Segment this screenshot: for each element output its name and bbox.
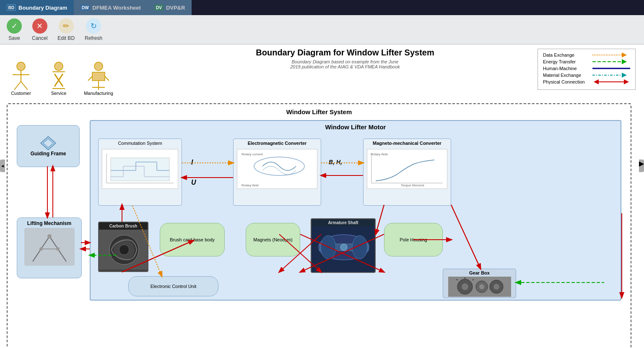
svg-point-15 [94, 62, 103, 71]
legend-data-exchange-label: Data Exchange [543, 52, 589, 58]
customer-icon [8, 61, 34, 91]
save-icon: ✓ [7, 18, 22, 34]
magnets-component[interactable]: Magnets (Neodym) [246, 223, 300, 256]
edit-bd-label: Edit BD [57, 35, 75, 41]
svg-line-17 [88, 76, 92, 81]
window-lifter-system-boundary: Window Lifter System Guiding Frame Lifti… [7, 103, 631, 348]
legend-material-exchange-row: Material Exchange [543, 73, 630, 78]
gear-box-component[interactable]: Gear Box [443, 269, 516, 298]
magnetomechanical-chart-svg: Rotary field Torque Moment [367, 149, 447, 189]
svg-point-69 [493, 284, 499, 290]
magnets-label: Magnets (Neodym) [253, 237, 293, 242]
svg-rect-23 [24, 228, 75, 266]
svg-line-89 [451, 205, 480, 269]
badge-bd: BD [7, 4, 16, 11]
svg-line-8 [14, 81, 21, 90]
commutation-system-component[interactable]: Commutation System [98, 139, 182, 206]
service-icon-group: Service [46, 61, 71, 96]
svg-line-9 [21, 81, 28, 90]
tab-dvpr[interactable]: DV DVP&R [148, 0, 192, 15]
badge-dv: DV [154, 4, 164, 11]
svg-rect-16 [92, 72, 105, 81]
cancel-label: Cancel [32, 35, 47, 41]
nav-bar: BD Boundary Diagram DW DFMEA Worksheet D… [0, 0, 644, 15]
refresh-button[interactable]: ↻ Refresh [85, 18, 102, 41]
manufacturing-icon [84, 61, 113, 91]
magnetomechanical-converter-component[interactable]: Magneto-mechanical Converter Rotary fiel… [363, 139, 451, 206]
customer-icon-group: Customer [8, 61, 34, 96]
armature-shaft-component[interactable]: Armature Shaft [311, 218, 376, 273]
manufacturing-icon-group: Manufacturing [84, 61, 113, 96]
brush-card-label: Brush card base body [170, 237, 215, 242]
svg-point-5 [17, 62, 25, 71]
ecu-component[interactable]: Electronic Control Unit [128, 276, 218, 296]
diagram-main-title: Boundary Diagram for Window Lifter Syste… [159, 48, 531, 58]
svg-point-65 [462, 283, 468, 290]
electromagnetic-converter-chart: Rotary current Rotary field [237, 149, 317, 189]
guiding-frame-component[interactable]: Guiding Frame [17, 125, 80, 167]
magnetomechanical-chart: Rotary field Torque Moment [367, 149, 447, 189]
carbon-brush-component[interactable]: Carbon Brush [98, 222, 148, 272]
svg-point-28 [39, 247, 43, 251]
service-icon [46, 61, 71, 91]
tab-boundary-diagram[interactable]: BD Boundary Diagram [0, 0, 74, 15]
cancel-button[interactable]: ✕ Cancel [32, 18, 47, 41]
legend-physical-connection-row: Physical Connection [543, 79, 630, 84]
window-lifter-system-label: Window Lifter System [283, 108, 356, 115]
armature-shaft-label: Armature Shaft [312, 219, 375, 226]
svg-point-62 [352, 235, 367, 259]
legend-human-machine-label: Human-Machine [543, 66, 589, 71]
lifting-mechanism-component[interactable]: Lifting Mechanism [17, 217, 82, 278]
svg-point-27 [47, 234, 52, 238]
svg-text:Rotary field: Rotary field [371, 152, 387, 156]
electromagnetic-chart-svg: Rotary current Rotary field [237, 149, 317, 189]
save-button[interactable]: ✓ Save [7, 18, 22, 41]
pole-housing-component[interactable]: Pole Housing [384, 223, 443, 256]
diagram-subtitle-2: 2019 publication of the AIAG & VDA FMEA … [159, 64, 531, 69]
label-U: U [191, 179, 196, 186]
refresh-label: Refresh [85, 35, 102, 41]
carbon-brush-label: Carbon Brush [99, 222, 148, 230]
lifting-mechanism-svg [24, 228, 75, 266]
lifting-mechanism-label: Lifting Mechanism [27, 220, 71, 226]
top-icons-area: Customer Service [8, 61, 113, 96]
svg-point-56 [119, 245, 129, 255]
ecu-label: Electronic Control Unit [151, 284, 196, 289]
edit-bd-button[interactable]: ✏ Edit BD [57, 18, 75, 41]
commutation-system-label: Commutation System [99, 139, 182, 147]
label-BH: B, H, [329, 159, 342, 166]
gear-box-label: Gear Box [443, 269, 516, 277]
collapse-left-tab[interactable]: ◀ [0, 160, 5, 172]
svg-point-29 [56, 247, 60, 251]
legend-data-exchange-row: Data Exchange [543, 52, 630, 58]
svg-text:Torque Moment: Torque Moment [401, 183, 424, 187]
svg-line-18 [105, 76, 109, 81]
guiding-frame-label: Guiding Frame [31, 151, 66, 157]
brush-card-component[interactable]: Brush card base body [160, 223, 225, 256]
legend-physical-connection-label: Physical Connection [543, 79, 589, 84]
tab-dv-label: DVP&R [166, 5, 185, 11]
service-label: Service [51, 91, 67, 96]
tab-dfmea-worksheet[interactable]: DW DFMEA Worksheet [74, 0, 148, 15]
diagram-subtitle-1: Boundary Diagram based on example from t… [159, 59, 531, 64]
armature-shaft-svg [312, 226, 376, 268]
svg-rect-33 [111, 158, 169, 181]
main-content: ◀ ▶ Data Exchange Energy Transfer Hum [0, 44, 644, 348]
label-I: I [191, 159, 193, 166]
legend-material-exchange-label: Material Exchange [543, 73, 589, 78]
refresh-icon: ↻ [86, 18, 101, 34]
legend-energy-transfer-label: Energy Transfer [543, 59, 589, 64]
pole-housing-label: Pole Housing [400, 237, 427, 242]
tab-dw-label: DFMEA Worksheet [92, 5, 141, 11]
window-lifter-motor-box: Window Lifter Motor Commutation System [90, 120, 621, 301]
svg-point-67 [479, 284, 484, 289]
tab-bd-label: Boundary Diagram [18, 5, 67, 11]
electromagnetic-converter-component[interactable]: Electromagnetic Converter Rotary current… [233, 139, 321, 206]
legend: Data Exchange Energy Transfer Human-Mach… [538, 49, 636, 90]
lifting-mechanism-image [24, 228, 75, 266]
legend-human-machine-row: Human-Machine [543, 66, 630, 71]
collapse-right-tab[interactable]: ▶ [639, 160, 644, 172]
electromagnetic-converter-label: Electromagnetic Converter [234, 139, 321, 147]
svg-line-83 [376, 205, 384, 234]
svg-text:Rotary field: Rotary field [242, 183, 258, 187]
